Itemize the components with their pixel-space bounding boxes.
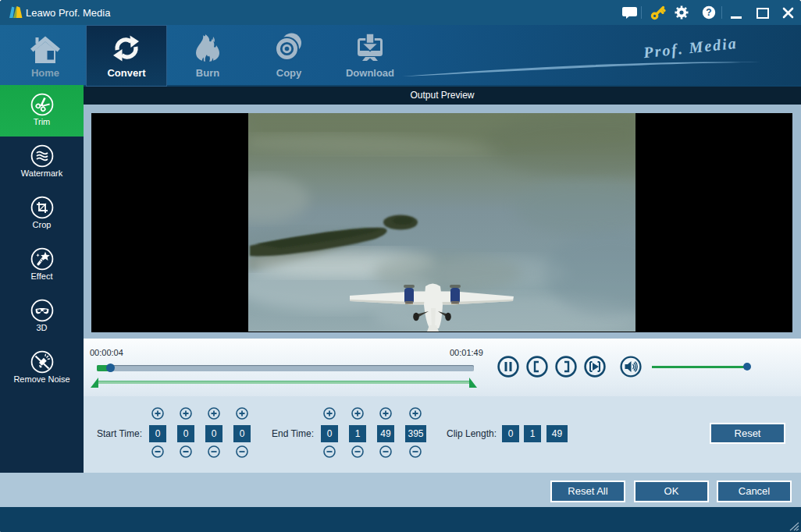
svg-text:?: ? (706, 7, 711, 18)
